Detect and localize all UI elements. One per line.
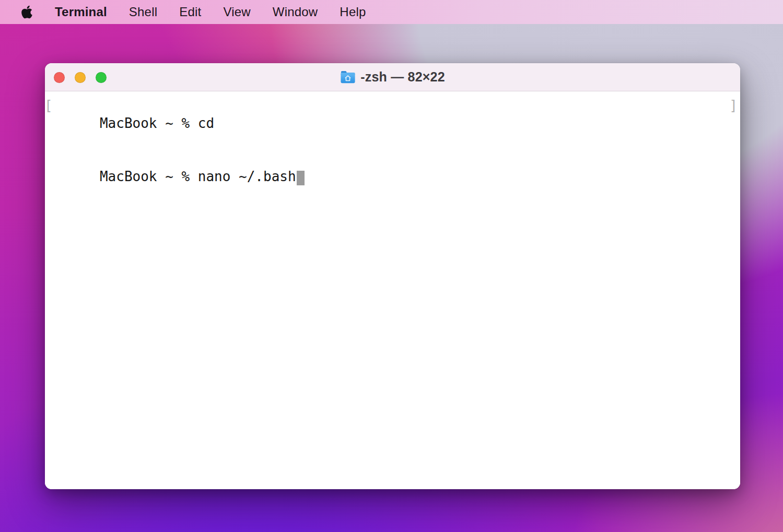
menu-item-shell[interactable]: Shell	[129, 0, 157, 24]
terminal-content[interactable]: [MacBook ~ % cd] MacBook ~ % nano ~/.bas…	[45, 92, 740, 489]
terminal-line: MacBook ~ % nano ~/.bash	[45, 150, 740, 203]
minimize-button[interactable]	[75, 72, 86, 83]
close-button[interactable]	[54, 72, 65, 83]
menu-bar: Terminal Shell Edit View Window Help	[0, 0, 783, 24]
window-title: -zsh — 82×22	[360, 69, 445, 85]
shell-mark-open: [	[45, 97, 53, 114]
traffic-lights	[54, 63, 107, 91]
window-title-group: -zsh — 82×22	[340, 69, 445, 85]
apple-menu-icon[interactable]	[21, 5, 33, 19]
window-titlebar[interactable]: -zsh — 82×22	[45, 63, 740, 91]
zoom-button[interactable]	[96, 72, 107, 83]
terminal-line-text: MacBook ~ % cd	[100, 115, 214, 131]
menu-item-window[interactable]: Window	[273, 0, 318, 24]
menu-item-view[interactable]: View	[223, 0, 250, 24]
shell-mark-close: ]	[729, 97, 738, 114]
menu-item-edit[interactable]: Edit	[179, 0, 201, 24]
terminal-window: -zsh — 82×22 [MacBook ~ % cd] MacBook ~ …	[45, 63, 740, 489]
folder-home-icon	[340, 70, 356, 84]
terminal-line-text: MacBook ~ % nano ~/.bash	[100, 169, 296, 184]
terminal-line: [MacBook ~ % cd]	[45, 97, 740, 150]
menu-item-terminal[interactable]: Terminal	[55, 0, 107, 24]
terminal-cursor	[297, 171, 305, 185]
menu-item-help[interactable]: Help	[340, 0, 366, 24]
